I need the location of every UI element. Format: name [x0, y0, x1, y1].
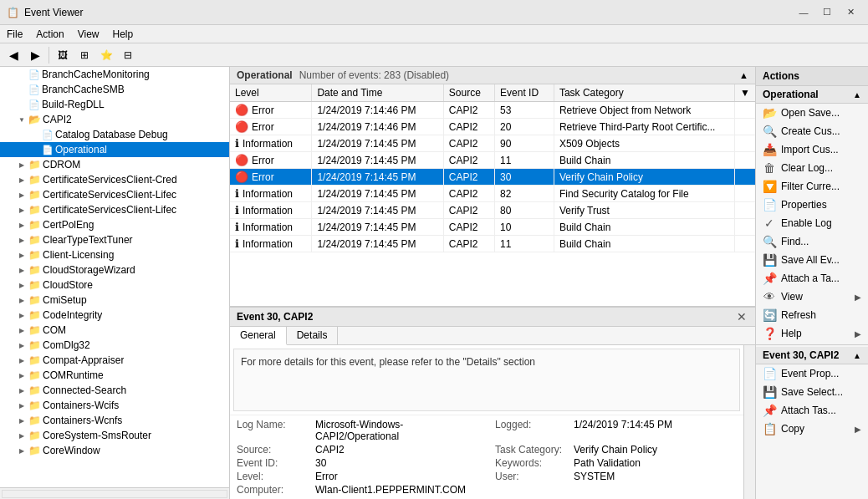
col-eventid[interactable]: Event ID [495, 84, 554, 102]
menu-file[interactable]: File [0, 25, 29, 43]
tree-expander-icon[interactable]: ▶ [17, 415, 27, 425]
tree-expander-icon[interactable]: ▶ [17, 250, 27, 260]
table-row[interactable]: 🔴Error1/24/2019 7:14:46 PMCAPI253Retriev… [230, 102, 755, 119]
actions-item-0-8[interactable]: 💾Save All Ev... [756, 251, 868, 269]
tree-expander-icon[interactable]: ▶ [17, 430, 27, 440]
table-row[interactable]: ℹInformation1/24/2019 7:14:45 PMCAPI280V… [230, 202, 755, 219]
collapse-arrow[interactable]: ▲ [739, 70, 748, 80]
tree-expander-icon[interactable]: ▶ [17, 370, 27, 380]
col-datetime[interactable]: Date and Time [312, 84, 443, 102]
detail-close-button[interactable]: ✕ [735, 310, 748, 323]
tree-item[interactable]: ▶📄Build-RegDLL [0, 97, 229, 112]
tree-item[interactable]: ▶📁CoreWindow [0, 443, 229, 458]
toolbar-show-log[interactable]: 🖼 [53, 45, 73, 65]
tree-expander-icon[interactable]: ▶ [17, 325, 27, 335]
detail-scrollbar[interactable] [743, 345, 755, 499]
actions-item-1-3[interactable]: 📋Copy▶ [756, 420, 868, 438]
tree-item[interactable]: ▶📁COMRuntime [0, 368, 229, 383]
tree-item[interactable]: ▶📄BranchCacheSMB [0, 82, 229, 97]
tree-expander-icon[interactable]: ▶ [17, 446, 27, 456]
table-row[interactable]: 🔴Error1/24/2019 7:14:45 PMCAPI230Verify … [230, 169, 755, 186]
tree-expander-icon[interactable]: ▶ [17, 295, 27, 305]
tree-scroll[interactable]: ▶📄BranchCacheMonitoring▶📄BranchCacheSMB▶… [0, 67, 229, 487]
tree-item[interactable]: ▶📁CodeIntegrity [0, 308, 229, 323]
tree-expander-icon[interactable]: ▼ [17, 115, 27, 125]
tree-expander-icon[interactable]: ▶ [17, 220, 27, 230]
toolbar-btn3[interactable]: ⭐ [96, 45, 116, 65]
actions-item-0-6[interactable]: ✓Enable Log [756, 214, 868, 232]
actions-item-0-12[interactable]: ❓Help▶ [756, 324, 868, 343]
col-sort[interactable]: ▼ [735, 84, 755, 102]
tree-expander-icon[interactable]: ▶ [17, 205, 27, 215]
tree-item[interactable]: ▶📁CertificateServicesClient-Lifec [0, 202, 229, 217]
minimize-button[interactable]: — [793, 4, 814, 21]
table-row[interactable]: 🔴Error1/24/2019 7:14:45 PMCAPI211Build C… [230, 152, 755, 169]
tree-item[interactable]: ▶📁Compat-Appraiser [0, 353, 229, 368]
tree-expander-icon[interactable]: ▶ [17, 340, 27, 350]
tree-item[interactable]: ▶📁CoreSystem-SmsRouter [0, 428, 229, 443]
actions-item-0-9[interactable]: 📌Attach a Ta... [756, 269, 868, 288]
tree-item[interactable]: ▶📁CertPolEng [0, 217, 229, 232]
actions-item-0-3[interactable]: 🗑Clear Log... [756, 159, 868, 177]
tree-item[interactable]: ▶📁CmiSetup [0, 293, 229, 308]
table-row[interactable]: ℹInformation1/24/2019 7:14:45 PMCAPI290X… [230, 135, 755, 152]
actions-item-0-11[interactable]: 🔄Refresh [756, 306, 868, 324]
maximize-button[interactable]: ☐ [816, 4, 838, 21]
tree-expander-icon[interactable]: ▶ [17, 190, 27, 200]
actions-section-header-0[interactable]: Operational▲ [756, 86, 868, 104]
actions-item-1-1[interactable]: 💾Save Select... [756, 383, 868, 401]
actions-item-0-10[interactable]: 👁View▶ [756, 288, 868, 306]
tree-item[interactable]: ▶📁CloudStorageWizard [0, 262, 229, 278]
col-taskcategory[interactable]: Task Category [554, 84, 734, 102]
tree-item[interactable]: ▶📁CertificateServicesClient-Cred [0, 172, 229, 187]
toolbar-btn4[interactable]: ⊟ [118, 45, 138, 65]
tree-item[interactable]: ▶📁CertificateServicesClient-Lifec [0, 187, 229, 202]
tree-expander-icon[interactable]: ▶ [17, 265, 27, 275]
tree-item[interactable]: ▶📁ClearTypeTextTuner [0, 232, 229, 247]
tree-expander-icon[interactable]: ▶ [17, 175, 27, 185]
actions-item-0-7[interactable]: 🔍Find... [756, 232, 868, 251]
event-table-scroll[interactable]: Level Date and Time Source Event ID Task… [230, 84, 755, 306]
tree-item[interactable]: ▼📂CAPI2 [0, 112, 229, 127]
tree-expander-icon[interactable]: ▶ [17, 310, 27, 320]
tree-item[interactable]: ▶📁CDROM [0, 157, 229, 172]
tree-item[interactable]: ▶📄Operational [0, 142, 229, 157]
menu-view[interactable]: View [71, 25, 106, 43]
actions-item-0-4[interactable]: 🔽Filter Curre... [756, 177, 868, 196]
tab-general[interactable]: General [230, 327, 287, 345]
table-row[interactable]: ℹInformation1/24/2019 7:14:45 PMCAPI211B… [230, 236, 755, 252]
actions-item-1-2[interactable]: 📌Attach Tas... [756, 401, 868, 420]
toolbar-forward[interactable]: ▶ [25, 45, 45, 65]
table-row[interactable]: ℹInformation1/24/2019 7:14:45 PMCAPI210B… [230, 219, 755, 236]
tree-item[interactable]: ▶📁Client-Licensing [0, 247, 229, 262]
actions-item-0-1[interactable]: 🔍Create Cus... [756, 122, 868, 140]
tree-item[interactable]: ▶📁Containers-Wcifs [0, 398, 229, 413]
actions-item-0-5[interactable]: 📄Properties [756, 196, 868, 214]
tab-details[interactable]: Details [287, 327, 339, 344]
tree-scrollbar-h[interactable] [0, 487, 229, 499]
tree-item[interactable]: ▶📁COM [0, 323, 229, 338]
tree-item[interactable]: ▶📄BranchCacheMonitoring [0, 67, 229, 82]
tree-expander-icon[interactable]: ▶ [17, 385, 27, 395]
menu-action[interactable]: Action [29, 25, 70, 43]
actions-item-0-2[interactable]: 📥Import Cus... [756, 140, 868, 159]
tree-expander-icon[interactable]: ▶ [17, 400, 27, 410]
tree-expander-icon[interactable]: ▶ [17, 160, 27, 170]
toolbar-show-grid[interactable]: ⊞ [74, 45, 94, 65]
tree-item[interactable]: ▶📁ComDlg32 [0, 338, 229, 353]
tree-item[interactable]: ▶📁Containers-Wcnfs [0, 413, 229, 428]
actions-section-header-1[interactable]: Event 30, CAPI2▲ [756, 347, 868, 364]
tree-item[interactable]: ▶📄Catalog Database Debug [0, 127, 229, 142]
tree-expander-icon[interactable]: ▶ [17, 355, 27, 365]
tree-expander-icon[interactable]: ▶ [17, 280, 27, 290]
table-row[interactable]: 🔴Error1/24/2019 7:14:46 PMCAPI220Retriev… [230, 119, 755, 135]
table-row[interactable]: ℹInformation1/24/2019 7:14:45 PMCAPI282F… [230, 186, 755, 202]
col-source[interactable]: Source [443, 84, 494, 102]
tree-item[interactable]: ▶📁Connected-Search [0, 383, 229, 398]
actions-item-1-0[interactable]: 📄Event Prop... [756, 364, 868, 383]
close-button[interactable]: ✕ [840, 4, 861, 21]
tree-expander-icon[interactable]: ▶ [17, 235, 27, 245]
toolbar-back[interactable]: ◀ [3, 45, 23, 65]
menu-help[interactable]: Help [106, 25, 140, 43]
col-level[interactable]: Level [230, 84, 312, 102]
